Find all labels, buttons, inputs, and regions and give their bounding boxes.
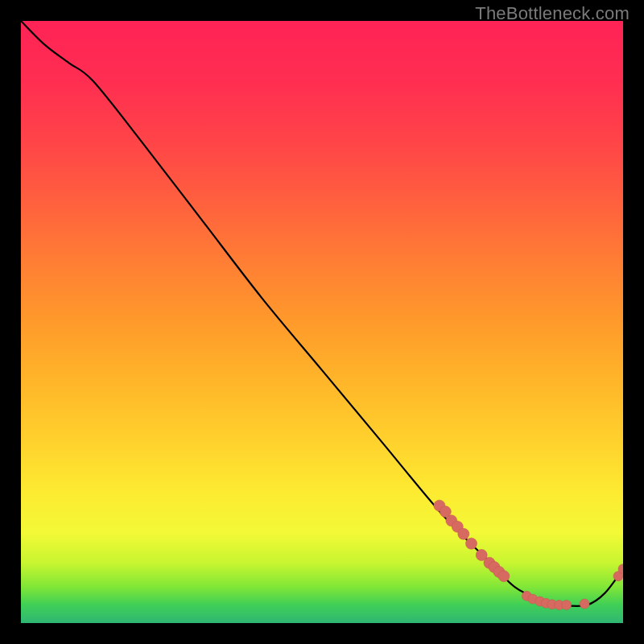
data-point [458, 528, 469, 539]
plot-area [21, 21, 623, 623]
plot-svg [21, 21, 623, 623]
watermark-text: TheBottleneck.com [475, 3, 630, 24]
data-point [498, 571, 510, 582]
data-point [580, 599, 589, 609]
chart-frame: TheBottleneck.com [0, 0, 644, 644]
curve-line [21, 21, 623, 606]
data-point [466, 538, 477, 549]
points-layer [434, 500, 623, 609]
data-point [562, 601, 572, 610]
